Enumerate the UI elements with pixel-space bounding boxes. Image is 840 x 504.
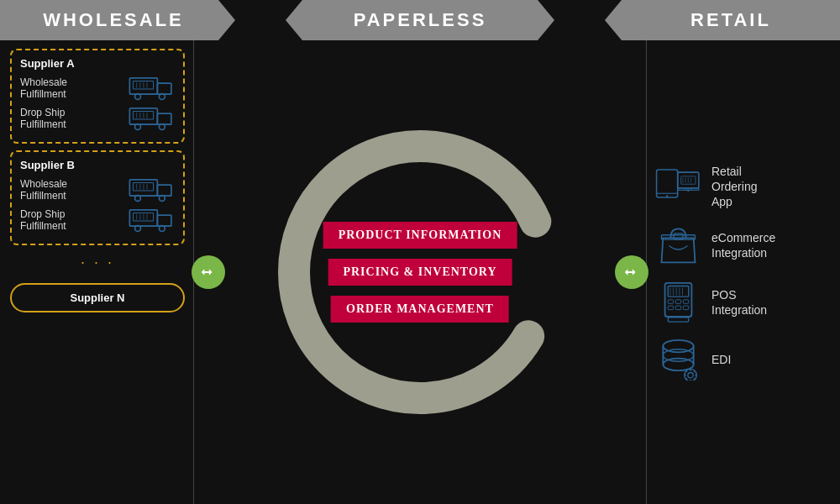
ecommerce-label: eCommerceIntegration bbox=[711, 230, 775, 260]
supplier-n-label: Supplier N bbox=[70, 291, 124, 304]
supplier-b-dropship-row: Drop ShipFulfillment bbox=[20, 207, 175, 234]
truck-icon-a-wholesale bbox=[129, 75, 175, 102]
order-management-badge: Order Management bbox=[331, 296, 509, 323]
svg-rect-22 bbox=[157, 185, 171, 196]
main-content: Supplier A WholesaleFulfillment bbox=[0, 40, 840, 504]
svg-rect-12 bbox=[157, 113, 171, 124]
truck-icon-a-dropship bbox=[129, 105, 175, 132]
pos-icon bbox=[655, 281, 701, 323]
svg-line-84 bbox=[694, 371, 695, 372]
wholesale-banner: WHOLESALE bbox=[0, 0, 235, 40]
retail-banner: RETAIL bbox=[605, 0, 840, 40]
supplier-b-dropship-label: Drop ShipFulfillment bbox=[20, 208, 122, 233]
database-icon bbox=[655, 339, 701, 381]
supplier-n-box: Supplier N bbox=[10, 283, 185, 312]
retail-label: RETAIL bbox=[690, 9, 771, 31]
svg-rect-65 bbox=[683, 300, 688, 304]
svg-rect-32 bbox=[157, 215, 171, 226]
svg-rect-70 bbox=[668, 318, 689, 322]
edi-label: EDI bbox=[711, 352, 731, 367]
edi-item: EDI bbox=[655, 339, 832, 381]
supplier-b-wholesale-label: WholesaleFulfillment bbox=[20, 178, 122, 202]
right-arrow-area bbox=[615, 40, 648, 504]
truck-icon-b-wholesale bbox=[129, 176, 175, 203]
supplier-a-dropship-row: Drop ShipFulfillment bbox=[20, 105, 175, 132]
center-labels: Product Information Pricing & Inventory … bbox=[323, 222, 517, 323]
arrows-icon-left bbox=[199, 263, 218, 281]
svg-rect-66 bbox=[668, 306, 673, 310]
svg-rect-57 bbox=[668, 286, 689, 297]
paperless-circle: Product Information Pricing & Inventory … bbox=[277, 129, 563, 415]
svg-rect-68 bbox=[683, 306, 688, 310]
svg-rect-64 bbox=[675, 300, 680, 304]
svg-line-82 bbox=[686, 371, 687, 372]
supplier-a-name: Supplier A bbox=[20, 57, 175, 70]
tablet-icon bbox=[655, 165, 701, 207]
retail-ordering-item: RetailOrderingApp bbox=[655, 164, 832, 210]
truck-icon-b-dropship bbox=[129, 207, 175, 234]
supplier-a-wholesale-row: WholesaleFulfillment bbox=[20, 75, 175, 102]
svg-line-85 bbox=[686, 379, 687, 380]
supplier-b-wholesale-row: WholesaleFulfillment bbox=[20, 176, 175, 203]
ecommerce-item: eCommerceIntegration bbox=[655, 224, 832, 266]
svg-rect-55 bbox=[662, 235, 696, 239]
retail-ordering-label: RetailOrderingApp bbox=[711, 164, 757, 210]
wholesale-section: Supplier A WholesaleFulfillment bbox=[0, 40, 193, 504]
svg-rect-67 bbox=[675, 306, 680, 310]
svg-rect-1 bbox=[157, 83, 171, 94]
svg-line-83 bbox=[694, 379, 695, 380]
pos-item: POSIntegration bbox=[655, 281, 832, 323]
product-info-badge: Product Information bbox=[323, 222, 517, 249]
supplier-dots: · · · bbox=[10, 254, 185, 271]
center-section: Product Information Pricing & Inventory … bbox=[193, 40, 647, 504]
arrows-icon-right bbox=[622, 263, 641, 281]
paperless-label: PAPERLESS bbox=[354, 9, 487, 31]
left-green-arrow bbox=[192, 255, 225, 289]
pricing-inventory-badge: Pricing & Inventory bbox=[328, 259, 512, 286]
paperless-banner: PAPERLESS bbox=[286, 0, 554, 40]
wholesale-label: WHOLESALE bbox=[43, 9, 184, 31]
left-arrow-area bbox=[192, 40, 225, 504]
svg-point-44 bbox=[666, 195, 668, 197]
header-banners: WHOLESALE PAPERLESS RETAIL bbox=[0, 0, 840, 40]
supplier-b-name: Supplier B bbox=[20, 159, 175, 171]
supplier-a-wholesale-label: WholesaleFulfillment bbox=[20, 76, 122, 101]
bag-icon bbox=[655, 224, 701, 266]
pos-label: POSIntegration bbox=[711, 287, 767, 318]
right-green-arrow bbox=[615, 255, 648, 289]
supplier-a-dropship-label: Drop ShipFulfillment bbox=[20, 107, 122, 131]
supplier-a-box: Supplier A WholesaleFulfillment bbox=[10, 49, 185, 144]
svg-rect-63 bbox=[668, 300, 673, 304]
retail-section: RetailOrderingApp eCommerceIntegration bbox=[647, 40, 840, 504]
supplier-b-box: Supplier B WholesaleFulfillment Dro bbox=[10, 150, 185, 245]
